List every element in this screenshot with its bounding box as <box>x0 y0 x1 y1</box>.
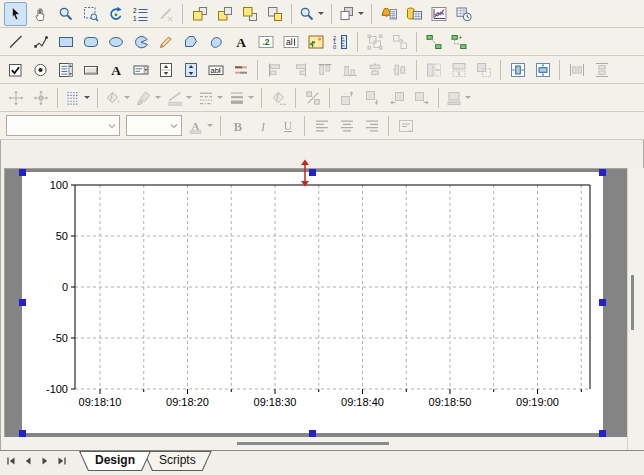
rounded-rectangle-tool[interactable] <box>79 30 102 54</box>
center-vertical-button[interactable] <box>363 58 386 82</box>
layers-dropdown[interactable] <box>337 2 366 26</box>
zoom-level-dropdown[interactable] <box>297 2 326 26</box>
text-align-center-button[interactable] <box>335 114 358 138</box>
blink-color-button[interactable] <box>301 86 324 110</box>
selection-handle[interactable] <box>19 430 26 437</box>
ellipse-tool[interactable] <box>104 30 127 54</box>
space-down-button[interactable] <box>590 58 613 82</box>
nav-first-button[interactable] <box>3 453 19 469</box>
center-vertical-screen-button[interactable] <box>531 58 554 82</box>
same-height-button[interactable] <box>447 58 470 82</box>
font-size-combo[interactable] <box>126 115 182 136</box>
polygon-tool[interactable] <box>179 30 202 54</box>
bold-button[interactable]: B <box>226 114 249 138</box>
polyline-tool[interactable] <box>29 30 52 54</box>
ungroup-button[interactable] <box>388 30 411 54</box>
move-right-button[interactable] <box>410 86 433 110</box>
combobox-tool[interactable] <box>129 58 152 82</box>
radiobutton-tool[interactable] <box>29 58 52 82</box>
selection-handle[interactable] <box>19 169 26 176</box>
move-up-button[interactable] <box>335 86 358 110</box>
vertical-scrollbar-thumb[interactable] <box>631 275 634 330</box>
bring-to-front-button[interactable] <box>188 2 211 26</box>
zoom-tool[interactable] <box>54 2 77 26</box>
selection-handle[interactable] <box>599 169 606 176</box>
remove-association-button[interactable] <box>154 2 177 26</box>
line-style-dropdown[interactable] <box>196 86 225 110</box>
font-family-combo[interactable] <box>6 115 120 136</box>
move-object-button[interactable] <box>29 86 52 110</box>
picture-tool[interactable] <box>304 30 327 54</box>
background-color-button[interactable] <box>267 86 290 110</box>
textedit-tool[interactable]: ab <box>204 58 227 82</box>
horizontal-scrollbar-thumb[interactable] <box>237 442 389 445</box>
nav-last-button[interactable] <box>54 453 70 469</box>
text-placement-button[interactable] <box>394 114 417 138</box>
alarm-control-button[interactable] <box>377 2 400 26</box>
frame-tool[interactable] <box>229 58 252 82</box>
freehand-tool[interactable] <box>154 30 177 54</box>
font-color-dropdown[interactable]: A <box>186 114 215 138</box>
position-dropdown[interactable] <box>444 86 473 110</box>
align-right-button[interactable] <box>288 58 311 82</box>
checkbox-tool[interactable] <box>4 58 27 82</box>
move-points-button[interactable] <box>4 86 27 110</box>
playback-control-button[interactable] <box>452 2 475 26</box>
pie-tool[interactable] <box>129 30 152 54</box>
spinner-tool[interactable] <box>179 58 202 82</box>
link-tool[interactable] <box>422 30 445 54</box>
chart-control-button[interactable] <box>427 2 450 26</box>
zoom-region-tool[interactable] <box>79 2 102 26</box>
pan-tool[interactable] <box>29 2 52 26</box>
tab-order-tool[interactable]: 21 <box>129 2 152 26</box>
same-width-button[interactable] <box>422 58 445 82</box>
label-tool[interactable]: A <box>104 58 127 82</box>
group-button[interactable] <box>363 30 386 54</box>
send-backward-button[interactable] <box>263 2 286 26</box>
sheet-tab-scripts[interactable]: Scripts <box>143 451 212 471</box>
fill-color-dropdown[interactable] <box>103 86 132 110</box>
text-tool[interactable]: A <box>229 30 252 54</box>
display-tool[interactable]: .2 <box>254 30 277 54</box>
nav-prev-button[interactable] <box>20 453 36 469</box>
query-control-button[interactable] <box>402 2 425 26</box>
commandbutton-tool[interactable] <box>79 58 102 82</box>
center-horizontal-button[interactable] <box>388 58 411 82</box>
link-plus-tool[interactable]: + <box>447 30 470 54</box>
line-color-dropdown[interactable] <box>165 86 194 110</box>
selection-handle[interactable] <box>309 430 316 437</box>
move-down-button[interactable] <box>360 86 383 110</box>
italic-button[interactable]: I <box>251 114 274 138</box>
sheet-tab-design[interactable]: Design <box>79 451 151 471</box>
space-across-button[interactable] <box>565 58 588 82</box>
textbox-tool[interactable]: al <box>279 30 302 54</box>
select-tool[interactable] <box>4 2 27 26</box>
selection-handle[interactable] <box>599 430 606 437</box>
line-width-dropdown[interactable] <box>227 86 256 110</box>
same-size-button[interactable] <box>472 58 495 82</box>
horizontal-scrollbar[interactable] <box>4 437 627 450</box>
send-to-back-button[interactable] <box>213 2 236 26</box>
rotate-tool[interactable] <box>104 2 127 26</box>
selection-handle[interactable] <box>19 299 26 306</box>
underline-button[interactable]: U <box>276 114 299 138</box>
text-align-right-button[interactable] <box>360 114 383 138</box>
line-tool[interactable] <box>4 30 27 54</box>
align-left-button[interactable] <box>263 58 286 82</box>
center-horizontal-screen-button[interactable] <box>506 58 529 82</box>
rectangle-tool[interactable] <box>54 30 77 54</box>
align-bottom-button[interactable] <box>338 58 361 82</box>
selection-handle[interactable] <box>599 299 606 306</box>
align-top-button[interactable] <box>313 58 336 82</box>
chart-control[interactable]: 100500-50-10009:18:1009:18:2009:18:3009:… <box>22 172 603 433</box>
scale-tool[interactable]: 210 <box>329 30 352 54</box>
listbox-tool[interactable] <box>54 58 77 82</box>
grid-dropdown[interactable] <box>63 86 92 110</box>
nav-next-button[interactable] <box>37 453 53 469</box>
bring-forward-button[interactable] <box>238 2 261 26</box>
updown-tool[interactable] <box>154 58 177 82</box>
curve-tool[interactable] <box>204 30 227 54</box>
move-left-button[interactable] <box>385 86 408 110</box>
text-align-left-button[interactable] <box>310 114 333 138</box>
over-color-dropdown[interactable] <box>134 86 163 110</box>
